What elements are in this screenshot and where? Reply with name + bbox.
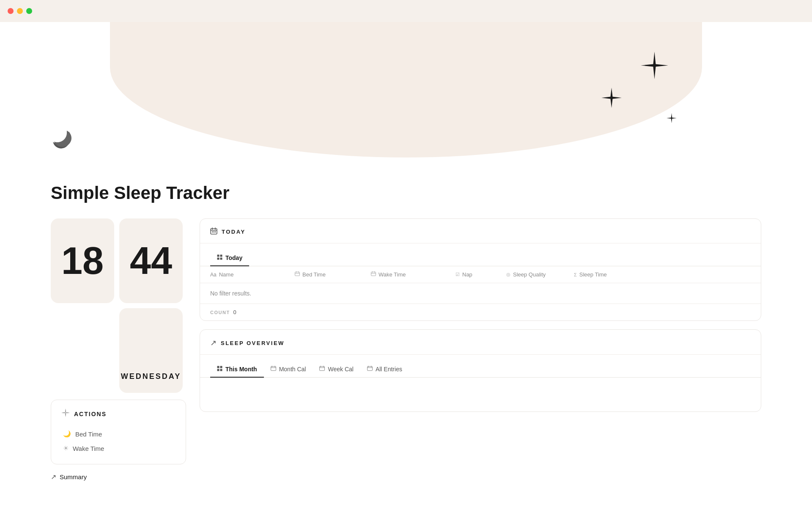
tab-today[interactable]: Today (210, 250, 249, 266)
actions-sparkle-icon (61, 409, 70, 419)
clock-card: 18 44 WEDNESDAY (51, 218, 186, 393)
col-nap-icon: ☑ (455, 272, 460, 277)
svg-rect-4 (212, 232, 213, 233)
tab-all-entries-label: All Entries (376, 366, 402, 373)
action-bed-time-label: Bed Time (75, 431, 102, 438)
tab-week-cal-icon (319, 366, 325, 373)
summary-label: Summary (60, 473, 87, 480)
svg-rect-22 (220, 369, 222, 371)
today-header: TODAY (200, 219, 761, 243)
close-button[interactable] (8, 8, 14, 14)
content-grid: 18 44 WEDNESDAY (51, 218, 761, 481)
bed-time-moon-icon: 🌙 (63, 430, 71, 438)
svg-rect-31 (367, 367, 372, 371)
tab-week-cal-label: Week Cal (328, 366, 353, 373)
col-bed-time: Bed Time (295, 271, 371, 278)
wake-time-sun-icon: ☀ (63, 444, 69, 452)
svg-rect-23 (271, 367, 276, 371)
svg-rect-10 (220, 258, 222, 260)
right-panel: TODAY Today (200, 218, 761, 412)
titlebar (0, 0, 812, 22)
today-calendar-icon (210, 227, 217, 236)
hours-box: 18 (51, 218, 114, 303)
minimize-button[interactable] (17, 8, 23, 14)
svg-rect-5 (214, 232, 215, 233)
maximize-button[interactable] (26, 8, 32, 14)
svg-rect-20 (220, 366, 222, 368)
tab-month-cal-label: Month Cal (279, 366, 306, 373)
action-wake-time-label: Wake Time (73, 445, 104, 452)
hours-display: 18 (61, 242, 104, 280)
today-tabs: Today (200, 243, 761, 266)
today-title: TODAY (222, 229, 246, 235)
tab-month-cal[interactable]: Month Cal (264, 362, 313, 378)
tab-today-icon (217, 254, 222, 261)
col-time-icon: Σ (574, 272, 577, 277)
actions-card: ACTIONS 🌙 Bed Time ☀ Wake Time (51, 400, 186, 464)
tab-this-month[interactable]: This Month (210, 362, 264, 378)
summary-arrow-icon: ↗ (51, 473, 56, 481)
col-sleep-quality: ◎ Sleep Quality (506, 271, 574, 278)
today-section: TODAY Today (200, 218, 761, 321)
tab-this-month-icon (217, 366, 222, 373)
minutes-display: 44 (130, 242, 172, 280)
actions-title: ACTIONS (74, 411, 107, 417)
overview-arrow-icon: ↗ (210, 338, 217, 348)
overview-title: SLEEP OVERVIEW (221, 340, 285, 346)
svg-rect-8 (220, 255, 222, 257)
col-nap: ☑ Nap (455, 271, 506, 278)
action-wake-time[interactable]: ☀ Wake Time (61, 441, 176, 456)
count-row: COUNT 0 (200, 304, 761, 320)
svg-rect-11 (295, 272, 300, 276)
day-display: WEDNESDAY (121, 372, 181, 381)
count-value: 0 (233, 309, 236, 315)
tab-week-cal[interactable]: Week Cal (313, 362, 360, 378)
svg-rect-7 (217, 255, 219, 257)
col-wake-time: Wake Time (371, 271, 455, 278)
left-panel: 18 44 WEDNESDAY (51, 218, 186, 481)
actions-header: ACTIONS (61, 409, 176, 419)
minutes-box: 44 (119, 218, 183, 303)
svg-rect-6 (215, 232, 216, 233)
page-title: Simple Sleep Tracker (51, 183, 761, 203)
empty-state: No filter results. (200, 283, 761, 304)
empty-message: No filter results. (210, 290, 251, 297)
day-box: WEDNESDAY (119, 308, 183, 393)
col-bed-icon (295, 271, 300, 278)
svg-rect-15 (371, 272, 376, 276)
main-content: Simple Sleep Tracker 18 44 WEDNESDAY (0, 183, 812, 506)
sleep-overview-section: ↗ SLEEP OVERVIEW This Mo (200, 329, 761, 412)
svg-rect-19 (217, 366, 219, 368)
col-quality-icon: ◎ (506, 272, 510, 277)
summary-link[interactable]: ↗ Summary (51, 473, 186, 481)
tab-this-month-label: This Month (225, 366, 257, 373)
svg-rect-9 (217, 258, 219, 260)
tab-all-entries-icon (367, 366, 373, 373)
hero-area (0, 22, 812, 174)
tab-all-entries[interactable]: All Entries (360, 362, 409, 378)
col-name-icon: Aa (210, 272, 217, 278)
overview-header: ↗ SLEEP OVERVIEW (200, 330, 761, 355)
table-column-headers: Aa Name Bed Time (200, 266, 761, 283)
svg-rect-27 (320, 367, 325, 371)
col-wake-icon (371, 271, 376, 278)
action-bed-time[interactable]: 🌙 Bed Time (61, 427, 176, 441)
tab-month-cal-icon (271, 366, 276, 373)
moon-icon (51, 127, 76, 157)
overview-content (200, 378, 761, 411)
tab-today-label: Today (225, 254, 242, 261)
col-sleep-time: Σ Sleep Time (574, 271, 633, 278)
svg-rect-21 (217, 369, 219, 371)
count-label: COUNT (210, 310, 230, 315)
overview-tabs: This Month Month Cal (200, 355, 761, 378)
col-name: Aa Name (210, 271, 295, 278)
